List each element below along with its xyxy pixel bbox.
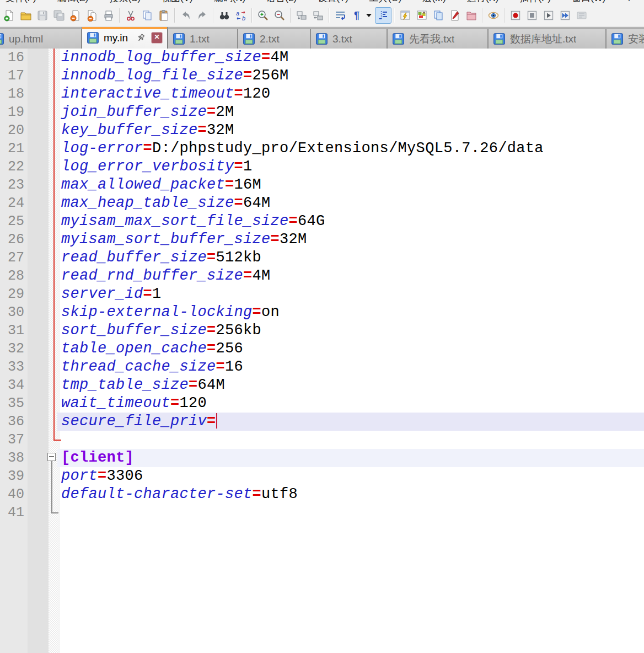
dropdown-arrow-button[interactable] (365, 7, 375, 24)
code-line[interactable]: interactive_timeout=120 (61, 85, 271, 103)
close-all-icon (86, 9, 98, 22)
undo-button[interactable] (178, 7, 194, 24)
document-list-button[interactable] (430, 7, 447, 24)
code-line[interactable]: innodb_log_buffer_size=4M (61, 49, 289, 67)
code-line[interactable]: log-error=D:/phpstudy_pro/Extensions/MyS… (61, 140, 544, 158)
menu-view[interactable]: 视图(V) (162, 0, 193, 4)
monitoring-button[interactable] (485, 7, 502, 24)
editor-line-23: 23max_allowed_packet=16M (0, 176, 644, 194)
tab-1[interactable]: my.ini✕ (82, 27, 168, 49)
code-line[interactable]: wait_timeout=120 (61, 394, 207, 413)
tab-0[interactable]: up.html (0, 29, 82, 49)
editor-line-34: 34tmp_table_size=64M (0, 376, 644, 394)
fold-collapse-box[interactable] (47, 453, 56, 461)
sync-vertical-button[interactable] (293, 7, 310, 24)
pin-icon[interactable] (136, 33, 147, 44)
code-segment-eq: = (289, 213, 298, 229)
show-all-characters-button[interactable]: ¶ (348, 7, 365, 24)
code-line[interactable]: max_allowed_packet=16M (61, 176, 261, 194)
menu-help[interactable]: ? (627, 0, 632, 4)
code-line[interactable]: read_rnd_buffer_size=4M (61, 267, 271, 285)
code-segment-key: wait_timeout (61, 395, 170, 411)
code-line[interactable]: log_error_verbosity=1 (61, 158, 253, 176)
code-line[interactable]: secure_file_priv= (61, 413, 217, 431)
tab-4[interactable]: 3.txt (310, 29, 387, 49)
code-line[interactable]: port=3306 (61, 467, 143, 485)
macro-run-multiple-button[interactable] (557, 7, 573, 24)
code-line[interactable]: server_id=1 (61, 285, 162, 303)
tab-3[interactable]: 2.txt (238, 29, 310, 49)
code-line[interactable]: thread_cache_size=16 (61, 358, 243, 376)
user-defined-dialog-icon (399, 9, 411, 22)
zoom-in-button[interactable] (255, 7, 271, 24)
function-list-icon (449, 9, 461, 22)
code-line[interactable]: read_buffer_size=512kb (61, 249, 261, 267)
save-all-button[interactable] (51, 7, 67, 24)
code-line[interactable]: myisam_sort_buffer_size=32M (61, 231, 307, 249)
tab-2[interactable]: 1.txt (168, 29, 238, 49)
code-line[interactable]: innodb_log_file_size=256M (61, 67, 289, 85)
macro-stop-button[interactable] (524, 7, 540, 24)
document-map-button[interactable] (414, 7, 430, 24)
code-line[interactable]: sort_buffer_size=256kb (61, 322, 261, 340)
code-line[interactable]: myisam_max_sort_file_size=64G (61, 212, 325, 231)
tab-5[interactable]: 先看我.txt (387, 29, 488, 49)
print-button[interactable] (100, 7, 117, 24)
code-segment-section: [client] (61, 449, 134, 466)
code-segment-eq: = (207, 413, 216, 430)
paste-button[interactable] (155, 7, 172, 24)
code-line[interactable]: join_buffer_size=2M (61, 103, 234, 121)
menu-file[interactable]: 文件(F) (6, 0, 36, 4)
sync-horizontal-button[interactable] (310, 7, 326, 24)
function-list-button[interactable] (447, 7, 463, 24)
indent-guide-button[interactable] (375, 7, 391, 24)
macro-save-button[interactable] (573, 7, 590, 24)
code-line[interactable]: default-character-set=utf8 (61, 485, 298, 504)
close-tab-button[interactable]: ✕ (151, 32, 163, 44)
menu-search[interactable]: 搜索(S) (109, 0, 141, 4)
redo-button[interactable] (194, 7, 211, 24)
menu-encoding[interactable]: 编码(N) (214, 0, 246, 4)
code-line[interactable]: key_buffer_size=32M (61, 121, 234, 140)
code-line[interactable]: table_open_cache=256 (61, 340, 243, 358)
replace-button[interactable]: ab (233, 7, 249, 24)
tab-6[interactable]: 数据库地址.txt (488, 29, 606, 49)
tab-7[interactable]: 安装说 (606, 29, 644, 49)
user-defined-dialog-button[interactable] (397, 7, 414, 24)
editor[interactable]: 16innodb_log_buffer_size=4M17innodb_log_… (0, 49, 644, 653)
menu-macro[interactable]: 宏(M) (422, 0, 446, 4)
menu-tools[interactable]: 工具(O) (369, 0, 402, 4)
word-wrap-button[interactable] (332, 7, 348, 24)
macro-play-button[interactable] (540, 7, 557, 24)
toolbar-separator (119, 8, 120, 23)
code-line[interactable]: max_heap_table_size=64M (61, 194, 271, 212)
code-line[interactable]: skip-external-locking=on (61, 303, 280, 322)
macro-record-button[interactable] (507, 7, 524, 24)
line-number: 26 (0, 231, 24, 249)
code-line[interactable]: tmp_table_size=64M (61, 376, 225, 394)
copy-button[interactable] (139, 7, 155, 24)
find-button[interactable] (216, 7, 233, 24)
toolbar-separator (251, 8, 253, 23)
save-button[interactable] (34, 7, 51, 24)
line-number: 24 (0, 194, 24, 212)
code-segment-val: 4M (271, 49, 289, 66)
new-file-button[interactable] (1, 7, 18, 24)
line-number: 28 (0, 267, 24, 285)
code-line[interactable]: [client] (61, 449, 134, 467)
zoom-out-button[interactable] (271, 7, 288, 24)
close-file-button[interactable] (67, 7, 84, 24)
menu-window[interactable]: 窗口(W) (572, 0, 605, 4)
menu-edit[interactable]: 编辑(E) (57, 0, 89, 4)
folder-as-workspace-button[interactable] (463, 7, 480, 24)
menu-language[interactable]: 语言(L) (266, 0, 297, 4)
menu-plugins[interactable]: 插件(P) (519, 0, 551, 4)
floppy-icon (493, 33, 506, 45)
menu-settings[interactable]: 设置(T) (318, 0, 348, 4)
menu-run[interactable]: 运行(R) (467, 0, 499, 4)
line-number: 33 (0, 358, 24, 376)
open-folder-button[interactable] (18, 7, 34, 24)
cut-button[interactable] (122, 7, 139, 24)
close-all-button[interactable] (84, 7, 100, 24)
code-segment-val: 256M (253, 67, 289, 84)
